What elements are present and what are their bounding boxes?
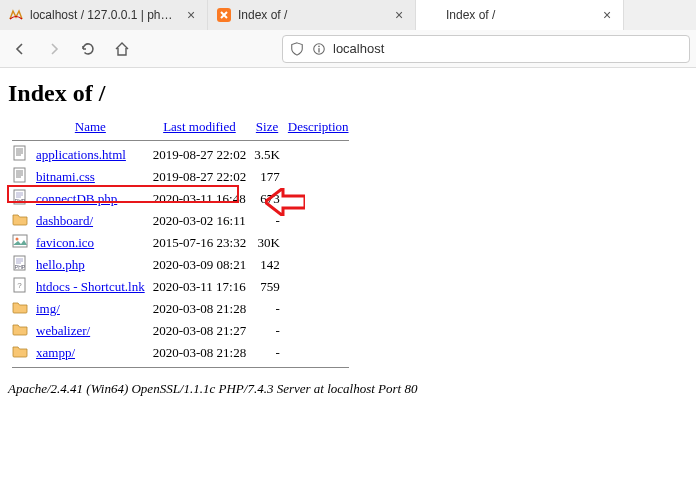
file-size: 673: [250, 188, 284, 210]
table-row: bitnami.css2019-08-27 22:02177: [8, 166, 353, 188]
file-modified: 2020-03-11 17:16: [149, 276, 251, 298]
file-modified: 2015-07-16 23:32: [149, 232, 251, 254]
file-link[interactable]: xampp/: [36, 345, 75, 360]
close-icon[interactable]: ×: [183, 7, 199, 23]
text-icon: [12, 145, 28, 161]
file-link[interactable]: webalizer/: [36, 323, 90, 338]
file-link[interactable]: img/: [36, 301, 60, 316]
back-button[interactable]: [6, 35, 34, 63]
file-link[interactable]: htdocs - Shortcut.lnk: [36, 279, 145, 294]
table-row: PHPhello.php2020-03-09 08:21142: [8, 254, 353, 276]
col-name[interactable]: Name: [75, 119, 106, 134]
col-modified[interactable]: Last modified: [163, 119, 236, 134]
folder-icon: [12, 299, 28, 315]
file-desc: [284, 166, 353, 188]
table-row: favicon.ico2015-07-16 23:3230K: [8, 232, 353, 254]
folder-icon: [12, 321, 28, 337]
url-input[interactable]: [333, 41, 683, 56]
table-row: PHPconnectDB.php2020-03-11 16:48673: [8, 188, 353, 210]
tab-title: Index of /: [446, 8, 593, 22]
svg-rect-8: [13, 235, 27, 247]
svg-text:PHP: PHP: [15, 264, 26, 270]
table-row: img/2020-03-08 21:28-: [8, 298, 353, 320]
file-link[interactable]: hello.php: [36, 257, 85, 272]
file-modified: 2020-03-11 16:48: [149, 188, 251, 210]
file-link[interactable]: dashboard/: [36, 213, 93, 228]
table-row: xampp/2020-03-08 21:28-: [8, 342, 353, 364]
col-desc[interactable]: Description: [288, 119, 349, 134]
reload-button[interactable]: [74, 35, 102, 63]
divider: [12, 367, 349, 368]
col-size[interactable]: Size: [256, 119, 278, 134]
file-modified: 2019-08-27 22:02: [149, 166, 251, 188]
table-row: applications.html2019-08-27 22:023.5K: [8, 144, 353, 166]
file-link[interactable]: bitnami.css: [36, 169, 95, 184]
page-content: Index of / Name Last modified Size Descr…: [0, 68, 696, 405]
file-size: -: [250, 342, 284, 364]
server-signature: Apache/2.4.41 (Win64) OpenSSL/1.1.1c PHP…: [8, 381, 688, 397]
table-row: dashboard/2020-03-02 16:11-: [8, 210, 353, 232]
tab-1[interactable]: Index of / ×: [208, 0, 416, 30]
tab-2[interactable]: Index of / ×: [416, 0, 624, 30]
file-desc: [284, 144, 353, 166]
text-icon: [12, 167, 28, 183]
tab-title: Index of /: [238, 8, 385, 22]
file-modified: 2020-03-02 16:11: [149, 210, 251, 232]
file-modified: 2020-03-08 21:28: [149, 342, 251, 364]
file-desc: [284, 276, 353, 298]
home-button[interactable]: [108, 35, 136, 63]
svg-point-9: [16, 238, 19, 241]
file-modified: 2019-08-27 22:02: [149, 144, 251, 166]
file-desc: [284, 342, 353, 364]
file-size: -: [250, 210, 284, 232]
forward-button: [40, 35, 68, 63]
folder-icon: [12, 211, 28, 227]
file-size: 177: [250, 166, 284, 188]
file-size: 30K: [250, 232, 284, 254]
info-icon[interactable]: [311, 41, 327, 57]
svg-point-2: [318, 45, 320, 47]
page-title: Index of /: [8, 80, 688, 107]
image-icon: [12, 233, 28, 249]
folder-icon: [12, 343, 28, 359]
table-row: ?htdocs - Shortcut.lnk2020-03-11 17:1675…: [8, 276, 353, 298]
file-modified: 2020-03-08 21:28: [149, 298, 251, 320]
file-desc: [284, 298, 353, 320]
file-size: 142: [250, 254, 284, 276]
file-modified: 2020-03-08 21:27: [149, 320, 251, 342]
file-link[interactable]: applications.html: [36, 147, 126, 162]
file-modified: 2020-03-09 08:21: [149, 254, 251, 276]
address-bar[interactable]: [282, 35, 690, 63]
svg-text:?: ?: [17, 281, 22, 290]
file-size: -: [250, 320, 284, 342]
php-icon: PHP: [12, 255, 28, 271]
xampp-icon: [216, 7, 232, 23]
divider: [12, 140, 349, 141]
file-size: 759: [250, 276, 284, 298]
file-size: 3.5K: [250, 144, 284, 166]
close-icon[interactable]: ×: [599, 7, 615, 23]
file-desc: [284, 254, 353, 276]
table-row: webalizer/2020-03-08 21:27-: [8, 320, 353, 342]
file-link[interactable]: favicon.ico: [36, 235, 94, 250]
file-link[interactable]: connectDB.php: [36, 191, 117, 206]
php-icon: PHP: [12, 189, 28, 205]
blank-icon: [424, 7, 440, 23]
file-desc: [284, 210, 353, 232]
tab-title: localhost / 127.0.0.1 | phpMyAdmin: [30, 8, 177, 22]
file-size: -: [250, 298, 284, 320]
tab-0[interactable]: localhost / 127.0.0.1 | phpMyAdmin ×: [0, 0, 208, 30]
file-desc: [284, 232, 353, 254]
shield-icon[interactable]: [289, 41, 305, 57]
close-icon[interactable]: ×: [391, 7, 407, 23]
svg-rect-3: [318, 48, 319, 52]
phpmyadmin-icon: [8, 7, 24, 23]
toolbar: [0, 30, 696, 68]
file-desc: [284, 320, 353, 342]
tab-bar: localhost / 127.0.0.1 | phpMyAdmin × Ind…: [0, 0, 696, 30]
unknown-icon: ?: [12, 277, 28, 293]
svg-text:PHP: PHP: [15, 198, 26, 204]
index-table: Name Last modified Size Description appl…: [8, 117, 353, 371]
file-desc: [284, 188, 353, 210]
